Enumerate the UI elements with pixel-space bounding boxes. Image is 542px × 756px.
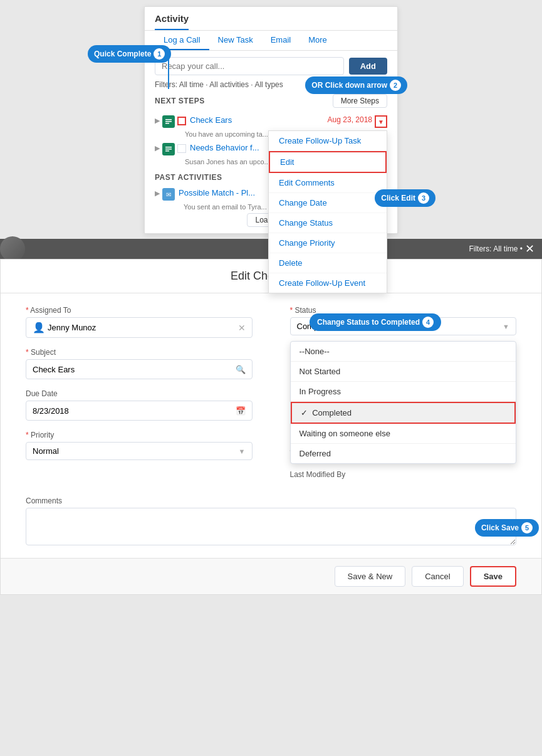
status-option-deferred[interactable]: Deferred (291, 444, 516, 463)
status-option-in-progress[interactable]: In Progress (291, 382, 516, 402)
assigned-to-field: * Assigned To 👤 Jenny Munoz ✕ (26, 306, 253, 338)
due-date-input[interactable]: 8/23/2018 📅 (26, 401, 253, 421)
chevron-down-icon: ▼ (503, 323, 509, 330)
subject-field: * Subject Check Ears 🔍 (26, 348, 253, 379)
next-steps-header: Next Steps More Steps (155, 94, 387, 108)
step-4-circle: 4 (422, 317, 434, 328)
task-checkbox-check-ears[interactable] (177, 117, 186, 125)
status-option-completed[interactable]: ✓ Completed (291, 402, 516, 424)
tooltip-quick-complete-label: Quick Complete (94, 50, 151, 58)
dropdown-change-priority[interactable]: Change Priority (269, 233, 387, 253)
svg-rect-1 (165, 121, 172, 122)
save-button[interactable]: Save (470, 566, 516, 587)
dropdown-edit-comments[interactable]: Edit Comments (269, 173, 387, 193)
task-expand-icon-2[interactable]: ▶ (155, 143, 160, 152)
tab-more[interactable]: More (300, 31, 336, 50)
search-icon: 🔍 (236, 365, 246, 374)
form-body: * Assigned To 👤 Jenny Munoz ✕ * Status C… (1, 293, 541, 558)
more-steps-button[interactable]: More Steps (333, 94, 387, 108)
task-row-check-ears: ▶ Check Ears Aug 23, 2018 ▼ Create Follo… (155, 113, 387, 130)
input-row: Add (145, 51, 397, 80)
tooltip-line-1 (168, 58, 169, 89)
svg-rect-2 (165, 123, 169, 124)
dropdown-create-followup-event[interactable]: Create Follow-Up Event (269, 273, 387, 293)
step-5-circle: 5 (521, 522, 533, 533)
priority-field: * Priority Normal ▼ (26, 431, 253, 460)
next-steps-label: Next Steps (155, 97, 205, 105)
step-2-circle: 2 (390, 80, 401, 91)
status-option-not-started[interactable]: Not Started (291, 362, 516, 382)
tooltip-click-save-label: Click Save (481, 523, 519, 532)
dropdown-edit[interactable]: Edit (269, 151, 387, 173)
comments-textarea[interactable] (26, 508, 516, 545)
tooltip-click-save: Click Save 5 (475, 519, 539, 537)
priority-label: * Priority (26, 431, 253, 439)
add-button[interactable]: Add (349, 58, 387, 75)
divider-filters-text: Filters: All time • (469, 244, 523, 253)
due-date-field: Due Date 8/23/2018 📅 (26, 389, 253, 421)
dropdown-change-date[interactable]: Change Date (269, 193, 387, 213)
next-steps-section: Next Steps More Steps ▶ Check Ears Aug 2… (145, 94, 397, 173)
tooltip-change-status-label: Change Status to Completed (317, 318, 420, 327)
edit-panel: Edit Check Ears * Assigned To 👤 Jenny Mu… (0, 259, 542, 595)
last-modified-value (290, 481, 517, 486)
svg-rect-5 (165, 150, 169, 152)
tooltip-change-status: Change Status to Completed 4 (310, 313, 441, 331)
step-1-circle: 1 (154, 48, 165, 60)
step-3-circle: 3 (418, 192, 429, 204)
due-date-value: 8/23/2018 (33, 406, 236, 416)
clear-assigned-icon[interactable]: ✕ (238, 323, 246, 333)
task-dropdown-button[interactable]: ▼ (375, 115, 387, 128)
close-icon[interactable]: ✕ (525, 242, 534, 256)
tooltip-quick-complete: Quick Complete 1 (88, 45, 171, 63)
assigned-to-input[interactable]: 👤 Jenny Munoz ✕ (26, 317, 253, 338)
task-date-check-ears: Aug 23, 2018 (328, 115, 372, 124)
task-name-check-ears[interactable]: Check Ears (190, 115, 328, 125)
dropdown-change-status[interactable]: Change Status (269, 213, 387, 233)
priority-value: Normal (33, 446, 59, 456)
filters-text: Filters: All time · All activities · All… (155, 80, 283, 89)
activity-title: Activity (155, 13, 189, 30)
priority-dropdown[interactable]: Normal ▼ (26, 442, 253, 460)
email-icon: ✉ (162, 188, 175, 201)
past-task-expand[interactable]: ▶ (155, 188, 160, 197)
dropdown-delete[interactable]: Delete (269, 253, 387, 273)
tooltip-click-edit-label: Click Edit (381, 194, 415, 202)
person-icon: 👤 (33, 322, 45, 333)
subject-input[interactable]: Check Ears 🔍 (26, 359, 253, 379)
tab-bar: Log a Call New Task Email More (145, 31, 397, 51)
assigned-to-label: * Assigned To (26, 306, 253, 315)
priority-chevron-icon: ▼ (239, 448, 246, 455)
comments-section: Comments (26, 496, 516, 545)
recap-input[interactable] (155, 57, 344, 75)
dropdown-menu: Create Follow-Up Task Edit Edit Comments… (268, 130, 387, 293)
last-modified-field: Last Modified By (290, 470, 517, 486)
save-new-button[interactable]: Save & New (335, 566, 406, 587)
activity-panel: Activity Log a Call New Task Email More … (144, 6, 398, 234)
task-checkbox-needs-behavior[interactable] (177, 144, 186, 153)
check-mark: ✓ (301, 408, 308, 417)
tooltip-or-click-down: OR Click down arrow 2 (305, 76, 407, 94)
activity-header: Activity (145, 7, 397, 31)
status-option-waiting[interactable]: Waiting on someone else (291, 424, 516, 444)
tab-new-task[interactable]: New Task (209, 31, 262, 50)
task-type-icon-2 (162, 143, 175, 155)
dropdown-create-followup[interactable]: Create Follow-Up Task (269, 131, 387, 151)
last-modified-label: Last Modified By (290, 470, 517, 479)
tab-email[interactable]: Email (262, 31, 300, 50)
status-option-none[interactable]: --None-- (291, 342, 516, 362)
status-dropdown-list: --None-- Not Started In Progress ✓ Compl… (290, 341, 517, 464)
form-footer: Save & New Cancel Save (1, 558, 541, 594)
assigned-to-value: Jenny Munoz (48, 323, 96, 332)
task-type-icon (162, 115, 175, 128)
task-expand-icon[interactable]: ▶ (155, 115, 160, 125)
due-date-label: Due Date (26, 389, 253, 398)
cancel-button[interactable]: Cancel (412, 566, 463, 587)
comments-label: Comments (26, 496, 516, 505)
subject-label: * Subject (26, 348, 253, 357)
svg-rect-3 (165, 147, 172, 148)
calendar-icon: 📅 (236, 406, 246, 416)
svg-rect-0 (165, 119, 172, 120)
subject-value: Check Ears (33, 365, 236, 374)
tooltip-or-click-down-label: OR Click down arrow (311, 81, 387, 90)
